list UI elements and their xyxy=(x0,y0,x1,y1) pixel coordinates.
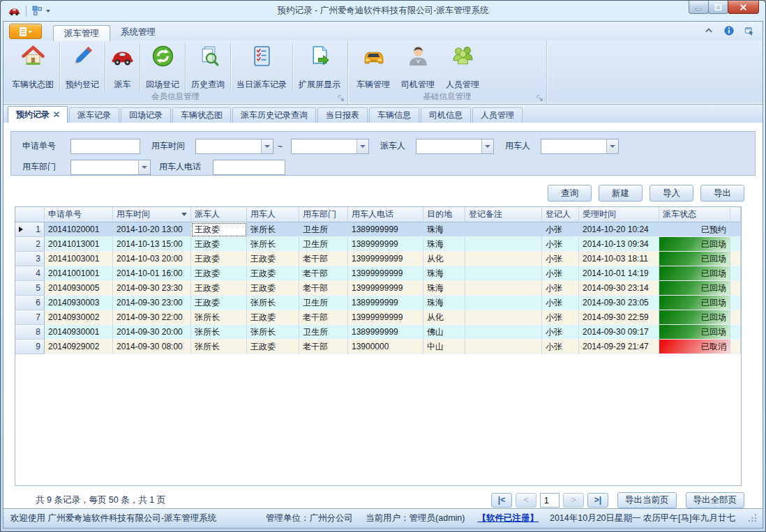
page-number-input[interactable] xyxy=(540,493,560,508)
dropdown-arrow-icon[interactable] xyxy=(481,139,493,153)
cell-filler[interactable] xyxy=(730,281,741,296)
cell-use_time[interactable]: 2014-10-03 20:00 xyxy=(113,252,191,266)
return-register-button[interactable]: 回场登记 xyxy=(140,43,186,91)
cell-status[interactable]: 已回场 xyxy=(659,266,730,281)
cell-num[interactable]: 8 xyxy=(15,325,45,340)
cell-order_no[interactable]: 20141020001 xyxy=(45,222,113,237)
cell-dispatcher[interactable]: 王政委 xyxy=(191,252,247,266)
quick-access-layout-icon[interactable] xyxy=(31,5,50,17)
cell-registrar[interactable]: 小张 xyxy=(542,325,579,340)
cell-registrar[interactable]: 小张 xyxy=(542,252,579,266)
cell-order_no[interactable]: 20140929002 xyxy=(45,340,113,354)
table-row[interactable]: 4201410010012014-10-01 16:00王政委王政委老干部139… xyxy=(15,266,741,281)
ribbon-tab-system-management[interactable]: 系统管理 xyxy=(110,24,166,40)
cell-registrar[interactable]: 小张 xyxy=(542,266,579,281)
cell-accepted[interactable]: 2014-09-29 21:47 xyxy=(579,340,659,354)
cell-filler[interactable] xyxy=(730,325,741,340)
new-button[interactable]: 新建 xyxy=(599,185,643,202)
cell-filler[interactable] xyxy=(730,237,741,252)
cell-dest[interactable]: 从化 xyxy=(423,252,465,266)
cell-order_no[interactable]: 20140930005 xyxy=(45,281,113,296)
cell-note[interactable] xyxy=(465,237,542,252)
ribbon-tab-dispatch-management[interactable]: 派车管理 xyxy=(53,25,110,41)
query-button[interactable]: 查询 xyxy=(548,185,592,202)
car-user-select[interactable] xyxy=(541,139,619,154)
reservation-register-button[interactable]: 预约登记 xyxy=(60,43,105,91)
cell-user[interactable]: 张所长 xyxy=(247,222,299,237)
cell-use_time[interactable]: 2014-09-30 23:00 xyxy=(113,296,191,310)
cell-status[interactable]: 已取消 xyxy=(659,340,730,354)
minimize-button[interactable] xyxy=(689,1,709,14)
cell-accepted[interactable]: 2014-09-30 22:59 xyxy=(579,310,659,325)
close-button[interactable] xyxy=(728,1,759,14)
cell-num[interactable]: 5 xyxy=(15,281,45,296)
column-header-note[interactable]: 登记备注 xyxy=(465,207,542,222)
cell-dept[interactable]: 老干部 xyxy=(299,266,348,281)
info-icon[interactable] xyxy=(724,26,734,38)
cell-accepted[interactable]: 2014-10-13 09:34 xyxy=(579,237,659,252)
maximize-button[interactable] xyxy=(708,1,728,14)
cell-dept[interactable]: 老干部 xyxy=(299,281,348,296)
cell-num[interactable]: 2 xyxy=(15,237,45,252)
export-button[interactable]: 导出 xyxy=(700,185,744,202)
tab-vehicle-status-chart[interactable]: 车辆状态图 xyxy=(172,107,231,123)
column-header-dept[interactable]: 用车部门 xyxy=(299,207,348,222)
cell-accepted[interactable]: 2014-09-30 09:17 xyxy=(579,325,659,340)
tab-personnel-management[interactable]: 人员管理 xyxy=(472,107,523,123)
cell-filler[interactable] xyxy=(730,340,741,354)
cell-order_no[interactable]: 20141001001 xyxy=(45,266,113,281)
cell-phone[interactable]: 13999999999 xyxy=(348,252,423,266)
cell-user[interactable]: 王政委 xyxy=(247,310,299,325)
cell-dispatcher[interactable]: 王政委 xyxy=(191,296,247,310)
cell-dept[interactable]: 卫生所 xyxy=(299,222,348,237)
filter-dropdown-icon[interactable] xyxy=(181,213,187,216)
cell-order_no[interactable]: 20141003001 xyxy=(45,252,113,266)
close-tab-icon[interactable] xyxy=(54,107,59,122)
dispatcher-select[interactable] xyxy=(416,139,494,154)
use-dept-select[interactable] xyxy=(70,160,151,175)
dropdown-arrow-icon[interactable] xyxy=(356,139,368,153)
cell-status[interactable]: 已回场 xyxy=(659,237,730,252)
cell-dispatcher[interactable]: 张所长 xyxy=(191,325,247,340)
cell-accepted[interactable]: 2014-09-30 23:14 xyxy=(579,281,659,296)
cell-accepted[interactable]: 2014-10-01 14:19 xyxy=(579,266,659,281)
cell-num[interactable]: 4 xyxy=(15,266,45,281)
cell-user[interactable]: 王政委 xyxy=(247,340,299,354)
column-header-phone[interactable]: 用车人电话 xyxy=(348,207,423,222)
vehicle-status-chart-button[interactable]: 车辆状态图 xyxy=(6,43,60,91)
use-time-from-select[interactable] xyxy=(195,139,273,154)
cell-num[interactable]: 1 xyxy=(15,222,45,237)
cell-phone[interactable]: 13900000 xyxy=(348,340,423,354)
cell-user[interactable]: 王政委 xyxy=(247,252,299,266)
cell-use_time[interactable]: 2014-09-30 22:00 xyxy=(113,310,191,325)
cell-use_time[interactable]: 2014-09-30 20:00 xyxy=(113,325,191,340)
cell-phone[interactable]: 13999999999 xyxy=(348,310,423,325)
cell-phone[interactable]: 13999999999 xyxy=(348,266,423,281)
column-header-dest[interactable]: 目的地 xyxy=(423,207,465,222)
cell-phone[interactable]: 1389999999 xyxy=(348,237,423,252)
collapse-ribbon-chevron-icon[interactable] xyxy=(704,26,714,38)
cell-registrar[interactable]: 小张 xyxy=(542,296,579,310)
tab-dispatch-history-query[interactable]: 派车历史记录查询 xyxy=(232,107,316,123)
column-header-order_no[interactable]: 申请单号 xyxy=(45,207,113,222)
cell-phone[interactable]: 1389999999 xyxy=(348,325,423,340)
dropdown-arrow-icon[interactable] xyxy=(138,160,150,174)
column-header-accepted[interactable]: 受理时间 xyxy=(579,207,659,222)
cell-dept[interactable]: 卫生所 xyxy=(299,325,348,340)
cell-dispatcher[interactable]: 张所长 xyxy=(191,310,247,325)
tab-daily-report[interactable]: 当日报表 xyxy=(317,107,368,123)
column-header-filler[interactable] xyxy=(730,207,741,222)
column-header-user[interactable]: 用车人 xyxy=(247,207,299,222)
cell-note[interactable] xyxy=(465,310,542,325)
cell-user[interactable]: 王政委 xyxy=(247,281,299,296)
column-header-registrar[interactable]: 登记人 xyxy=(542,207,579,222)
cell-use_time[interactable]: 2014-10-13 15:00 xyxy=(113,237,191,252)
export-all-pages-button[interactable]: 导出全部页 xyxy=(686,492,745,508)
cell-dept[interactable]: 老干部 xyxy=(299,310,348,325)
cell-status[interactable]: 已预约 xyxy=(659,222,730,237)
cell-status[interactable]: 已回场 xyxy=(659,296,730,310)
today-dispatch-records-button[interactable]: 当日派车记录 xyxy=(231,43,293,91)
cell-dispatcher[interactable]: 张所长 xyxy=(191,340,247,354)
last-page-button[interactable]: >| xyxy=(587,493,608,508)
cell-dept[interactable]: 卫生所 xyxy=(299,296,348,310)
